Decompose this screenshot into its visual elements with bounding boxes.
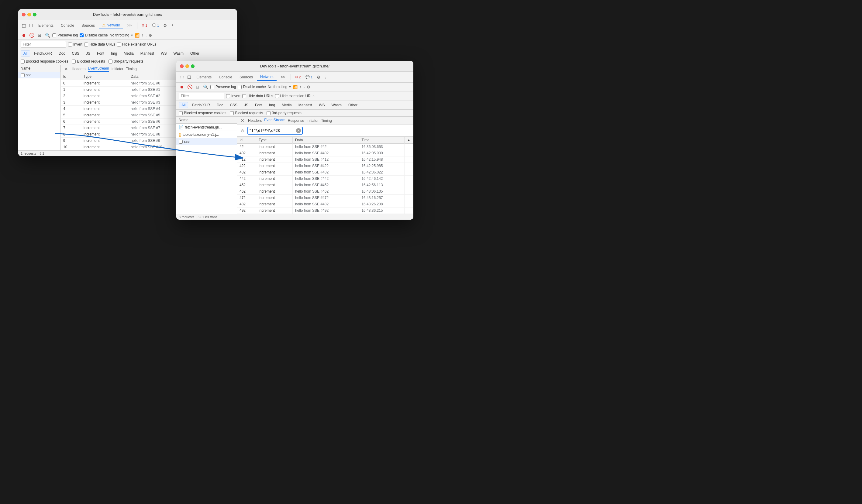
tab-network[interactable]: ⚠ Network (99, 22, 123, 29)
table-row[interactable]: 422incrementhello from SSE #42216:42:25.… (237, 163, 413, 169)
tab-elements[interactable]: Elements (35, 22, 56, 29)
inspect-icon[interactable]: ⬚ (21, 23, 27, 29)
type-js-2[interactable]: JS (241, 102, 251, 108)
type-img[interactable]: Img (108, 50, 120, 56)
throttling-select-2[interactable]: No throttling (268, 85, 288, 89)
hide-ext-cb-2[interactable] (275, 94, 279, 98)
device-icon-2[interactable]: ☐ (186, 74, 192, 80)
maximize-button[interactable] (33, 13, 37, 16)
inspect-icon-2[interactable]: ⬚ (179, 74, 185, 80)
table-row[interactable]: 492incrementhello from SSE #49216:43:36.… (237, 208, 413, 214)
table-row[interactable]: 42incrementhello from SSE #4216:36:03.65… (237, 144, 413, 150)
headers-tab[interactable]: Headers (72, 67, 86, 71)
settings-icon-w2[interactable]: ⚙ (315, 74, 322, 80)
third-party-cb[interactable] (108, 59, 113, 64)
type-fetchxhr-2[interactable]: Fetch/XHR (190, 102, 213, 108)
invert-cb-2[interactable] (226, 94, 230, 98)
filter-toggle[interactable]: ⊟ (37, 32, 42, 38)
preserve-log-label[interactable]: Preserve log (52, 33, 78, 37)
preserve-log-checkbox[interactable] (52, 34, 56, 37)
record-button-2[interactable]: ⏺ (179, 84, 185, 90)
filter-input-1[interactable] (21, 41, 66, 48)
list-item-sse[interactable]: sse (176, 138, 237, 145)
clear-filter-button[interactable]: ✕ (296, 128, 301, 133)
response-tab[interactable]: Response (288, 119, 304, 123)
type-all-2[interactable]: All (179, 102, 188, 108)
disable-cache-label-2[interactable]: Disable cache (238, 85, 266, 89)
search-button-2[interactable]: 🔍 (203, 84, 209, 90)
list-item[interactable]: {} topics-taxonomy-v1.j... (176, 131, 237, 138)
type-css-2[interactable]: CSS (227, 102, 240, 108)
type-media-2[interactable]: Media (279, 102, 295, 108)
invert-checkbox[interactable] (68, 42, 72, 47)
hide-ext-urls-label[interactable]: Hide extension URLs (117, 42, 157, 47)
filter-cancel-icon[interactable]: ⊘ (239, 128, 246, 134)
type-media[interactable]: Media (121, 50, 136, 56)
timing-tab[interactable]: Timing (126, 67, 137, 71)
invert-label[interactable]: Invert (68, 42, 82, 47)
list-item[interactable]: 📄 fetch-eventstream.gli... (176, 124, 237, 131)
tab-console[interactable]: Console (58, 22, 77, 29)
record-button[interactable]: ⏺ (21, 32, 27, 38)
third-party-cb-2[interactable] (266, 111, 271, 115)
eventstream-tab-2[interactable]: EventStream (264, 118, 285, 123)
panel-close-2[interactable]: ✕ (239, 118, 246, 123)
settings-icon-2[interactable]: ⚙ (149, 33, 152, 38)
tab-console-2[interactable]: Console (216, 74, 235, 80)
third-party-label[interactable]: 3rd-party requests (108, 59, 143, 64)
tab-elements-2[interactable]: Elements (193, 74, 214, 80)
sort-header[interactable]: ▲ (405, 137, 413, 144)
tab-sources-2[interactable]: Sources (236, 74, 256, 80)
blocked-cookies-2[interactable]: Blocked response cookies (179, 111, 226, 115)
filter-input-2[interactable] (179, 93, 224, 100)
hide-ext-urls-checkbox[interactable] (117, 42, 121, 47)
type-all[interactable]: All (21, 50, 30, 56)
minimize-button-2[interactable] (185, 64, 189, 68)
type-doc-2[interactable]: Doc (214, 102, 226, 108)
tab-more-2[interactable]: >> (278, 74, 288, 80)
settings-icon-2b[interactable]: ⚙ (307, 85, 310, 89)
headers-tab-2[interactable]: Headers (248, 119, 262, 123)
tab-network-2[interactable]: Network (257, 74, 277, 81)
more-icon[interactable]: ⋮ (169, 23, 175, 29)
hide-data-urls-checkbox[interactable] (84, 42, 88, 47)
blocked-requests-label[interactable]: Blocked requests (72, 59, 105, 64)
blocked-requests-cb[interactable] (72, 59, 76, 64)
hide-data-urls-label[interactable]: Hide data URLs (84, 42, 115, 47)
timing-tab-2[interactable]: Timing (321, 119, 332, 123)
blocked-req-cb-2[interactable] (230, 111, 234, 115)
close-button-2[interactable] (180, 64, 184, 68)
type-manifest[interactable]: Manifest (138, 50, 157, 56)
table-row[interactable]: 412incrementhello from SSE #41216:42:15.… (237, 157, 413, 163)
clear-button[interactable]: 🚫 (29, 32, 35, 38)
sse-checkbox-2[interactable] (179, 140, 183, 144)
type-font-2[interactable]: Font (252, 102, 265, 108)
initiator-tab[interactable]: Initiator (112, 67, 123, 71)
hide-ext-urls-2[interactable]: Hide extension URLs (275, 94, 315, 98)
type-css[interactable]: CSS (69, 50, 82, 56)
maximize-button-2[interactable] (191, 64, 195, 68)
table-row[interactable]: 482incrementhello from SSE #48216:43:26.… (237, 201, 413, 208)
table-row[interactable]: 452incrementhello from SSE #45216:42:56.… (237, 182, 413, 188)
search-button[interactable]: 🔍 (44, 32, 51, 38)
disable-cache-label[interactable]: Disable cache (80, 33, 108, 37)
blocked-requests-2[interactable]: Blocked requests (230, 111, 263, 115)
table-row[interactable]: 462incrementhello from SSE #46216:43:06.… (237, 188, 413, 195)
device-icon[interactable]: ☐ (28, 23, 34, 29)
type-font[interactable]: Font (94, 50, 107, 56)
blocked-cookies-label[interactable]: Blocked response cookies (21, 59, 68, 64)
disable-cache-cb-2[interactable] (238, 85, 241, 89)
settings-icon[interactable]: ⚙ (162, 23, 168, 29)
table-row[interactable]: 442incrementhello from SSE #44216:42:46.… (237, 176, 413, 182)
regex-filter-input[interactable] (249, 129, 295, 133)
type-img-2[interactable]: Img (266, 102, 278, 108)
throttling-select[interactable]: No throttling (110, 33, 130, 37)
sse-row[interactable]: sse (18, 72, 61, 78)
tab-more[interactable]: >> (124, 22, 135, 29)
type-wasm-2[interactable]: Wasm (329, 102, 345, 108)
filter-toggle-2[interactable]: ⊟ (195, 84, 200, 90)
type-fetchxhr[interactable]: Fetch/XHR (31, 50, 55, 56)
type-other[interactable]: Other (187, 50, 202, 56)
clear-button-2[interactable]: 🚫 (187, 84, 193, 90)
blocked-cookies-cb-2[interactable] (179, 111, 183, 115)
